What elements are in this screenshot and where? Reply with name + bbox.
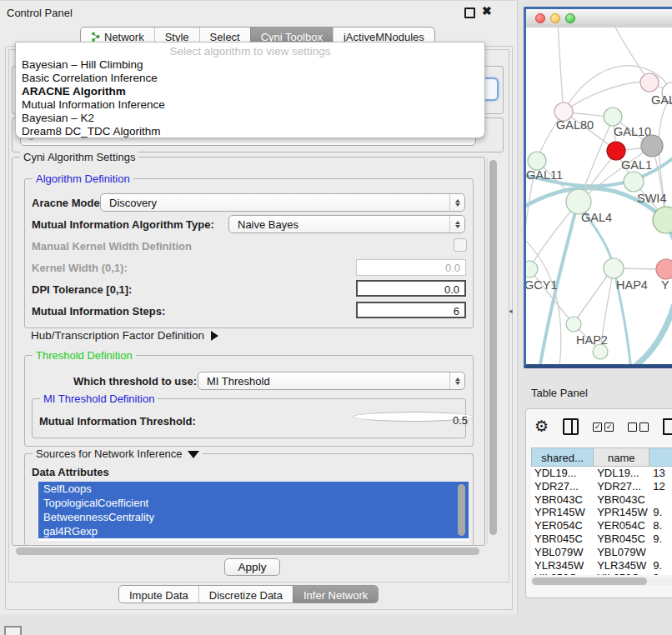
network-node[interactable] <box>624 172 644 192</box>
expander-down-icon[interactable] <box>188 451 199 458</box>
sources-group: Sources for Network Inference Data Attri… <box>24 453 474 545</box>
minimize-window-icon[interactable] <box>550 13 560 23</box>
panel-title: Control Panel <box>7 7 73 19</box>
table-cell: YBR043C <box>531 493 594 507</box>
table-row[interactable]: YLR345WYLR345W9. <box>531 559 672 572</box>
settings-vscroll-thumb[interactable] <box>489 160 497 535</box>
algorithm-option[interactable]: Basic Correlation Inference <box>16 72 484 85</box>
algorithm-option[interactable]: Mutual Information Inference <box>16 98 484 112</box>
algorithm-option[interactable]: Dream8 DC_TDC Algorithm <box>16 125 484 138</box>
table-row[interactable]: YBR043CYBR043C <box>531 493 672 507</box>
tab-infer-network-label: Infer Network <box>303 589 368 602</box>
table-row[interactable]: YBR045CYBR045C9. <box>531 532 672 546</box>
close-icon[interactable]: ✖ <box>482 4 492 18</box>
mi-steps-field[interactable]: 6 <box>356 302 466 318</box>
network-node[interactable] <box>656 259 672 279</box>
gear-icon[interactable]: ⚙ <box>534 418 549 435</box>
algorithm-option[interactable]: Bayesian – Hill Climbing <box>16 58 484 72</box>
network-edge[interactable] <box>613 28 649 82</box>
split-columns-icon[interactable] <box>563 418 579 435</box>
kernel-width-field[interactable]: 0.0 <box>356 259 466 276</box>
mi-threshold-label: Mutual Information Threshold: <box>39 415 196 428</box>
network-edge[interactable] <box>574 268 613 323</box>
table-column-header[interactable] <box>649 448 672 467</box>
network-node-label: GAL11 <box>526 168 563 182</box>
table-cell: YPR145W <box>531 506 594 519</box>
threshold-definition-group: Threshold Definition Which threshold to … <box>24 355 474 447</box>
table-cell: YER054C <box>531 519 594 532</box>
export-table-icon[interactable] <box>663 418 672 435</box>
network-edge[interactable] <box>564 82 649 112</box>
which-threshold-combobox[interactable]: MI Threshold <box>198 372 465 390</box>
close-window-icon[interactable] <box>535 13 545 23</box>
data-attributes-label: Data Attributes <box>32 466 109 478</box>
network-node[interactable] <box>607 142 625 160</box>
settings-vscroll-track[interactable] <box>487 158 499 544</box>
mi-steps-label: Mutual Information Steps: <box>32 305 165 318</box>
select-all-columns-icon[interactable]: ✓✓ <box>593 422 614 432</box>
algorithm-option[interactable]: ARACNE Algorithm <box>16 85 484 98</box>
table-cell: YLR345W <box>531 559 594 572</box>
network-canvas[interactable]: GALGAL80GAL10GAL1GAL11SWI4GAL4GCY1HAP4YH… <box>526 28 672 364</box>
table-column-header[interactable]: name <box>594 448 649 467</box>
dpi-tolerance-field[interactable]: 0.0 <box>356 280 466 297</box>
attribute-item[interactable]: BetweennessCentrality <box>38 510 469 524</box>
table-row[interactable]: YDL19...YDL19...13 <box>531 467 672 480</box>
zoom-window-icon[interactable] <box>565 13 575 23</box>
network-node[interactable] <box>604 258 624 278</box>
cyni-bottom-tabs: Impute Data Discretize Data Infer Networ… <box>118 585 379 603</box>
deselect-all-columns-icon[interactable] <box>628 422 649 432</box>
minimized-panel-button[interactable] <box>4 626 22 635</box>
attribute-item[interactable]: SelfLoops <box>38 482 469 496</box>
network-node[interactable] <box>641 135 663 157</box>
table-row[interactable]: YPR145WYPR145W9. <box>531 506 672 519</box>
attribute-item[interactable]: TopologicalCoefficient <box>38 496 469 510</box>
table-cell: 12 <box>649 480 672 493</box>
network-node[interactable] <box>640 73 659 92</box>
attribute-item[interactable]: gal4RGexp <box>38 524 469 538</box>
manual-kernel-checkbox[interactable] <box>454 238 467 252</box>
expander-right-icon <box>211 331 218 341</box>
dropdown-placeholder: Select algorithm to view settings <box>16 42 484 58</box>
network-node[interactable] <box>604 108 622 126</box>
aracne-mode-value: Discovery <box>101 197 449 209</box>
network-node-label: Y <box>661 278 669 292</box>
table-row[interactable]: YIL052CYIL052C9. <box>531 572 672 575</box>
algorithm-list: Bayesian – Hill ClimbingBasic Correlatio… <box>16 58 484 138</box>
float-panel-icon[interactable] <box>464 8 475 18</box>
network-view-window[interactable]: GALGAL80GAL10GAL1GAL11SWI4GAL4GCY1HAP4YH… <box>524 7 672 368</box>
hub-definition-expander[interactable]: Hub/Transcription Factor Definition <box>31 329 218 342</box>
table-panel-title: Table Panel <box>531 387 588 399</box>
mi-type-combobox[interactable]: Naive Bayes <box>228 215 465 233</box>
network-node[interactable] <box>526 261 538 278</box>
threshold-definition-title: Threshold Definition <box>33 349 136 362</box>
table-cell: 9. <box>649 506 672 519</box>
network-edge[interactable] <box>558 28 564 112</box>
table-column-header[interactable]: shared... <box>531 448 594 467</box>
tab-discretize-data[interactable]: Discretize Data <box>198 586 293 602</box>
tab-impute-data[interactable]: Impute Data <box>119 586 198 602</box>
network-node[interactable] <box>528 152 546 170</box>
checked-box-icon: ✓ <box>604 422 614 432</box>
table-cell: YDR27... <box>594 480 649 493</box>
settings-hscroll-thumb[interactable] <box>16 548 479 555</box>
mi-threshold-field[interactable]: 0.5 <box>353 412 474 422</box>
table-row[interactable]: YDR27...YDR27...12 <box>531 480 672 493</box>
network-node[interactable] <box>593 344 608 359</box>
network-window-titlebar[interactable] <box>526 9 672 28</box>
aracne-mode-combobox[interactable]: Discovery <box>100 193 465 212</box>
table-row[interactable]: YBL079WYBL079W <box>531 546 672 559</box>
panel-splitter-handle[interactable]: ◂ <box>509 307 513 315</box>
apply-button[interactable]: Apply <box>224 558 280 576</box>
table-cell: YIL052C <box>531 572 594 575</box>
table-hscroll-thumb[interactable] <box>532 578 647 585</box>
network-node[interactable] <box>566 317 581 332</box>
which-threshold-label: Which threshold to use: <box>73 375 197 388</box>
data-attributes-list[interactable]: SelfLoopsTopologicalCoefficientBetweenne… <box>38 482 469 541</box>
attributes-scrollbar[interactable] <box>458 484 465 536</box>
table-row[interactable]: YER054CYER054C8. <box>531 519 672 532</box>
algorithm-option[interactable]: Bayesian – K2 <box>16 112 484 125</box>
network-graph: GALGAL80GAL10GAL1GAL11SWI4GAL4GCY1HAP4YH… <box>526 28 672 364</box>
tab-infer-network[interactable]: Infer Network <box>293 586 378 602</box>
tab-discretize-data-label: Discretize Data <box>209 589 283 602</box>
